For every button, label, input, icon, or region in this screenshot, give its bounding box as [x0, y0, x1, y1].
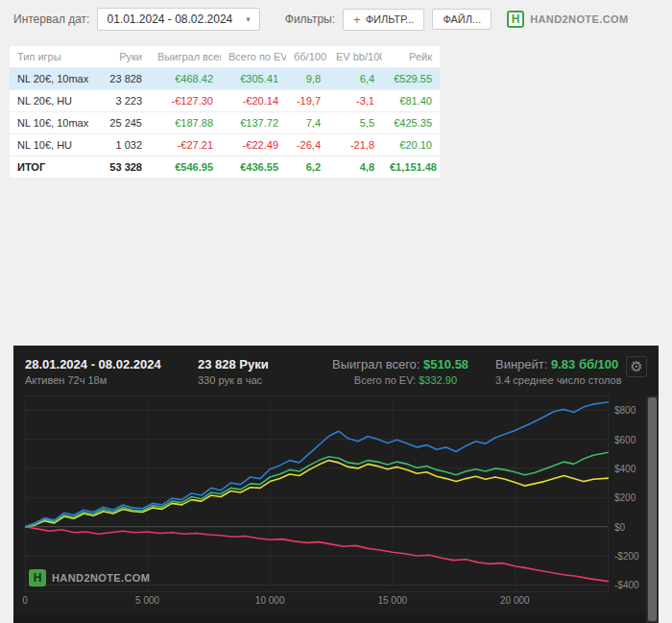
- filters-label: Фильтры:: [285, 12, 335, 26]
- table-cell: €20.10: [382, 134, 440, 156]
- settings-gear-icon[interactable]: ⚙: [626, 356, 647, 377]
- series-line-yellow: [25, 461, 609, 527]
- table-cell: €546.95: [150, 156, 221, 179]
- table-row[interactable]: NL 20€, 10max23 828€468.42€305.419,86,4€…: [10, 68, 440, 90]
- x-axis-labels: 05 00010 00015 00020 000: [25, 595, 609, 609]
- avg-tables: 3.4 среднее число столов: [495, 373, 622, 388]
- y-tick-label: $200: [614, 492, 636, 503]
- table-cell: €468.42: [150, 68, 221, 90]
- col-won-total[interactable]: Выиграл всего: [150, 46, 221, 68]
- chart-date-block: 28.01.2024 - 08.02.2024 Активен 72ч 18м: [25, 356, 198, 389]
- winnings-chart[interactable]: H HAND2NOTE.COM: [25, 395, 609, 592]
- chevron-down-icon: ▾: [246, 14, 251, 24]
- hand2note-logo: H HAND2NOTE.COM: [507, 11, 628, 28]
- table-cell: -€20.14: [221, 90, 286, 112]
- topbar: Интервал дат: 01.01.2024 - 08.02.2024 ▾ …: [0, 0, 672, 38]
- table-cell: €305.41: [221, 68, 286, 90]
- col-ev-bb100[interactable]: EV bb/100: [328, 46, 382, 68]
- col-game-type[interactable]: Тип игры: [10, 46, 94, 68]
- y-tick-label: $600: [614, 434, 636, 444]
- add-filter-button[interactable]: + ФИЛЬТР...: [343, 9, 424, 31]
- table-cell: €81.40: [382, 90, 440, 112]
- y-axis-labels: $800$600$400$200$0-$200-$400: [614, 395, 647, 592]
- table-cell: -26,4: [286, 134, 328, 156]
- y-tick-label: -$400: [614, 580, 639, 590]
- date-range-value: 01.01.2024 - 08.02.2024: [107, 12, 232, 26]
- table-cell: ИТОГ: [10, 156, 94, 179]
- y-tick-label: $800: [614, 405, 636, 416]
- table-cell: 4,8: [328, 156, 382, 179]
- table-cell: €187.88: [150, 112, 221, 134]
- app-window: Интервал дат: 01.01.2024 - 08.02.2024 ▾ …: [0, 0, 672, 623]
- y-tick-label: $400: [614, 463, 636, 473]
- hand2note-h-icon: H: [29, 569, 46, 587]
- x-tick-label: 20 000: [500, 595, 530, 606]
- series-line-green: [25, 452, 609, 527]
- table-cell: 9,8: [286, 68, 328, 90]
- table-row[interactable]: NL 10€, HU1 032-€27.21-€22.49-26,4-21,8€…: [10, 134, 440, 156]
- table-cell: 6,4: [328, 68, 382, 90]
- table-cell: -€22.49: [221, 134, 286, 156]
- hand2note-logo-text: HAND2NOTE.COM: [530, 13, 628, 25]
- col-rake[interactable]: Рейк: [382, 46, 440, 68]
- scrollbar-thumb[interactable]: [648, 397, 657, 621]
- table-cell: -21,8: [328, 134, 382, 156]
- table-cell: 1 032: [94, 134, 150, 156]
- table-row[interactable]: NL 10€, 10max25 245€187.88€137.727,45,5€…: [10, 112, 440, 134]
- table-row[interactable]: NL 20€, HU3 223-€127.30-€20.14-19,7-3,1€…: [10, 90, 440, 112]
- table-cell: NL 10€, 10max: [10, 112, 94, 134]
- table-cell: 23 828: [94, 68, 150, 90]
- date-interval-label: Интервал дат:: [13, 12, 89, 26]
- winrate-value: 9.83 бб/100: [551, 357, 618, 371]
- filter-button-label: ФИЛЬТР...: [366, 13, 415, 25]
- plus-icon: +: [353, 13, 361, 26]
- date-range-selector[interactable]: 01.01.2024 - 08.02.2024 ▾: [97, 8, 259, 31]
- stats-table-body: NL 20€, 10max23 828€468.42€305.419,86,4€…: [10, 68, 440, 179]
- results-table: Тип игры Руки Выиграл всего Всего по EV …: [10, 46, 440, 178]
- table-cell: €425.35: [382, 112, 440, 134]
- table-cell: -€27.21: [150, 134, 221, 156]
- won-total-value: $510.58: [423, 357, 468, 371]
- won-total-label: Выиграл всего:: [332, 357, 420, 371]
- chart-panel-header: 28.01.2024 - 08.02.2024 Активен 72ч 18м …: [13, 346, 659, 389]
- table-cell: 6,2: [286, 156, 328, 179]
- col-bb100[interactable]: бб/100: [286, 46, 328, 68]
- table-cell: NL 10€, HU: [10, 134, 94, 156]
- table-cell: €529.55: [382, 68, 440, 90]
- x-tick-label: 15 000: [377, 595, 407, 606]
- table-cell: 53 328: [94, 156, 150, 179]
- series-line-blue: [25, 402, 609, 527]
- file-button-label: ФАЙЛ...: [443, 13, 481, 25]
- hands-count: 23 828 Руки: [198, 356, 332, 373]
- x-tick-label: 5 000: [135, 595, 159, 606]
- table-header-row: Тип игры Руки Выиграл всего Всего по EV …: [10, 46, 440, 68]
- x-tick-label: 10 000: [255, 595, 285, 606]
- hands-per-hour: 330 рук в час: [198, 373, 332, 388]
- table-cell: 3 223: [94, 90, 150, 112]
- table-cell: €137.72: [221, 112, 286, 134]
- session-chart-panel: 28.01.2024 - 08.02.2024 Активен 72ч 18м …: [13, 346, 659, 623]
- hand2note-watermark-text: HAND2NOTE.COM: [52, 572, 150, 584]
- winrate-label: Винрейт:: [495, 357, 547, 371]
- active-time: Активен 72ч 18м: [25, 373, 198, 388]
- hands-block: 23 828 Руки 330 рук в час: [198, 356, 332, 389]
- table-total-row[interactable]: ИТОГ53 328€546.95€436.556,24,8€1,151.48: [10, 156, 440, 179]
- vertical-scrollbar[interactable]: [646, 395, 659, 623]
- table-cell: -19,7: [286, 90, 328, 112]
- hand2note-h-icon: H: [507, 11, 524, 28]
- horizontal-scrollbar[interactable]: [13, 613, 646, 623]
- winnings-block: Выиграл всего: $510.58 Всего по EV: $332…: [332, 356, 457, 389]
- table-cell: -3,1: [328, 90, 382, 112]
- y-tick-label: -$200: [614, 551, 639, 562]
- winrate-block: Винрейт: 9.83 бб/100 3.4 среднее число с…: [495, 356, 622, 389]
- ev-total-label: Всего по EV:: [354, 374, 416, 386]
- ev-total-value: $332.90: [419, 374, 457, 386]
- plot-border: [26, 396, 609, 592]
- chart-date-range: 28.01.2024 - 08.02.2024: [25, 356, 198, 373]
- table-cell: -€127.30: [150, 90, 221, 112]
- file-button[interactable]: ФАЙЛ...: [432, 9, 492, 30]
- col-ev-total[interactable]: Всего по EV: [221, 46, 286, 68]
- table-cell: 25 245: [94, 112, 150, 134]
- col-hands[interactable]: Руки: [94, 46, 150, 68]
- table-cell: 7,4: [286, 112, 328, 134]
